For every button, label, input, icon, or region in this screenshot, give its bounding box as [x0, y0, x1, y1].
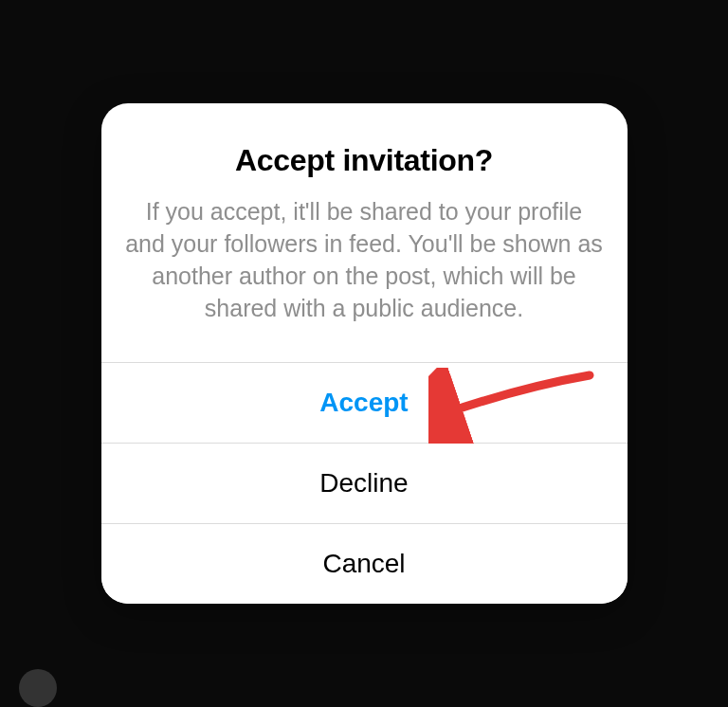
accept-button[interactable]: Accept — [101, 362, 628, 443]
dialog-title: Accept invitation? — [128, 143, 601, 178]
dialog-body: If you accept, it'll be shared to your p… — [101, 188, 628, 362]
dialog-header: Accept invitation? — [101, 103, 628, 188]
dialog-message: If you accept, it'll be shared to your p… — [124, 195, 605, 324]
accept-invitation-dialog: Accept invitation? If you accept, it'll … — [101, 103, 628, 604]
decline-button[interactable]: Decline — [101, 443, 628, 523]
cancel-button[interactable]: Cancel — [101, 523, 628, 604]
dialog-actions: Accept Decline Cancel — [101, 362, 628, 604]
